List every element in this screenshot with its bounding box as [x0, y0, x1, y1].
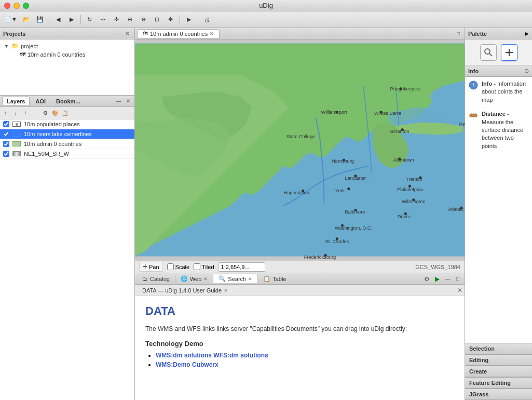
save-button[interactable]: 💾 — [34, 14, 46, 26]
svg-point-46 — [460, 207, 462, 209]
select-tool-button[interactable]: ⊹ — [97, 14, 110, 26]
layer-item[interactable]: 10m populated places — [0, 119, 134, 129]
layer-add-button[interactable]: + — [21, 109, 30, 118]
svg-text:Scranton: Scranton — [390, 129, 410, 134]
zoom-fit-button[interactable]: ⊡ — [151, 14, 163, 26]
info-reset-icon[interactable]: ⊙ — [524, 68, 529, 74]
layer-item[interactable]: NE1_50M_SR_W — [0, 149, 134, 159]
layer-settings-button[interactable]: ⚙ — [40, 109, 50, 118]
minimize-button[interactable] — [13, 3, 20, 9]
map-minimize[interactable]: — — [445, 30, 453, 38]
point-icon — [16, 123, 18, 126]
move-tool[interactable] — [501, 44, 517, 61]
layer-style-button[interactable]: 🎨 — [50, 109, 60, 118]
layer-style-icon — [12, 141, 21, 146]
map-container[interactable]: Poughkeepsie Hartford Waterbury New Lond… — [135, 39, 465, 260]
link-2[interactable]: WMS:Demo Cubwerx — [156, 361, 219, 368]
move-down-button[interactable]: ↓ — [11, 109, 20, 118]
map-maximize[interactable]: □ — [454, 30, 462, 38]
zoom-in-button[interactable]: ⊕ — [124, 14, 137, 26]
move-up-button[interactable]: ↑ — [1, 109, 10, 118]
projects-header: Projects — ✕ — [0, 28, 134, 39]
palette-expand-icon[interactable]: ▶ — [525, 31, 529, 36]
layer-table-button[interactable]: 📋 — [60, 109, 70, 118]
layers-toolbar: ↑ ↓ + − ⚙ 🎨 📋 — [0, 107, 134, 119]
scale-input[interactable] — [219, 262, 265, 272]
svg-point-42 — [408, 185, 411, 188]
print-button[interactable]: 🖨 — [201, 14, 213, 26]
layer-item[interactable]: 10m admin 0 countries — [0, 139, 134, 149]
doc-tab-bar: DATA — uDig 1.4.0 User Guide ✕ ✕ — [135, 285, 465, 296]
left-panel: Projects — ✕ ▼ 📁 project 🗺 10m admin 0 c… — [0, 28, 135, 400]
layers-list: 10m populated places 10m rivers lake cen… — [0, 119, 134, 400]
bottom-play-button[interactable]: ▶ — [432, 274, 442, 284]
bottom-panel: 🗂 Catalog 🌐 Web ✕ 🔍 Search ✕ 📋 Table — [135, 273, 465, 400]
info-tool[interactable] — [480, 44, 497, 61]
link-1[interactable]: WMS:dm solutions WFS:dm solutions — [156, 352, 268, 359]
tab-catalog[interactable]: 🗂 Catalog — [137, 275, 175, 283]
layers-close[interactable]: ✕ — [124, 97, 132, 105]
map-tab-close[interactable]: ✕ — [210, 31, 214, 36]
create-section[interactable]: Create — [465, 366, 532, 377]
back-button[interactable]: ◀ — [52, 14, 64, 26]
layer-checkbox[interactable] — [3, 121, 9, 127]
bottom-minimize[interactable]: — — [443, 274, 452, 284]
pan-button[interactable]: ✥ — [165, 14, 177, 26]
open-button[interactable]: 📂 — [20, 14, 33, 26]
zoom-out-button[interactable]: ⊖ — [138, 14, 150, 26]
tab-web[interactable]: 🌐 Web ✕ — [175, 274, 213, 283]
tab-table[interactable]: 📋 Table — [258, 274, 292, 283]
layer-checkbox[interactable] — [3, 141, 9, 147]
selection-section[interactable]: Selection — [465, 343, 532, 354]
doc-tab-close[interactable]: ✕ — [224, 288, 228, 293]
bottom-maximize[interactable]: □ — [453, 274, 462, 284]
play-button[interactable]: ▶ — [183, 14, 195, 26]
info-section: Info ⊙ i Info - Information about points… — [465, 65, 532, 343]
layers-tab-bar: Layers AOI Bookm... — ✕ — [0, 96, 134, 107]
tree-item-project[interactable]: ▼ 📁 project — [0, 42, 134, 50]
window-controls[interactable] — [4, 3, 29, 9]
catalog-icon: 🗂 — [142, 276, 148, 282]
doc-tab[interactable]: DATA — uDig 1.4.0 User Guide ✕ — [137, 286, 233, 295]
tree-item-map[interactable]: 🗺 10m admin 0 countries — [0, 50, 134, 59]
map-tab[interactable]: 🗺 10m admin 0 countries ✕ — [137, 29, 220, 38]
jgrass-section[interactable]: JGrass — [465, 389, 532, 400]
web-close-icon[interactable]: ✕ — [203, 276, 208, 282]
maximize-button[interactable] — [23, 3, 29, 9]
feature-editing-section[interactable]: Feature Editing — [465, 377, 532, 389]
magnify-icon — [484, 48, 493, 57]
new-button[interactable]: 📄▼ — [2, 14, 19, 26]
table-icon: 📋 — [263, 275, 270, 282]
move-button[interactable]: ✛ — [111, 14, 123, 26]
close-button[interactable] — [4, 3, 10, 9]
forward-button[interactable]: ▶ — [65, 14, 78, 26]
map-statusbar: ✛ Pan Scale Tiled GCS_WGS_1984 — [135, 260, 465, 273]
tab-aoi[interactable]: AOI — [31, 97, 50, 106]
layer-remove-button[interactable]: − — [31, 109, 40, 118]
web-label: Web — [190, 276, 201, 282]
crosshair-icon: ✛ — [143, 263, 147, 270]
doc-content: DATA The WMS and WFS links links server … — [135, 296, 465, 400]
tiled-checkbox[interactable] — [194, 263, 200, 270]
pan-label: Pan — [149, 264, 159, 270]
projects-minimize[interactable]: — — [113, 30, 121, 38]
scale-check: Scale — [167, 263, 190, 270]
projects-close[interactable]: ✕ — [123, 30, 131, 38]
scale-checkbox[interactable] — [167, 263, 174, 270]
rotate-button[interactable]: ↻ — [84, 14, 96, 26]
layer-checkbox[interactable] — [3, 131, 9, 137]
svg-text:Fredericksburg: Fredericksburg — [304, 255, 336, 260]
svg-point-38 — [398, 157, 401, 160]
tab-search[interactable]: 🔍 Search ✕ — [213, 274, 258, 283]
editing-section[interactable]: Editing — [465, 354, 532, 366]
layer-checkbox[interactable] — [3, 151, 9, 157]
doc-close-icon[interactable]: ✕ — [457, 287, 462, 294]
layers-minimize[interactable]: — — [115, 97, 123, 105]
tab-layers[interactable]: Layers — [2, 97, 30, 106]
web-icon: 🌐 — [181, 275, 188, 282]
search-close-icon[interactable]: ✕ — [248, 276, 252, 282]
pan-button[interactable]: ✛ Pan — [139, 262, 163, 272]
bottom-run-button[interactable]: ⚙ — [422, 274, 431, 284]
layer-item[interactable]: 10m rivers lake centerlines — [0, 129, 134, 139]
tab-bookmarks[interactable]: Bookm... — [51, 97, 85, 106]
